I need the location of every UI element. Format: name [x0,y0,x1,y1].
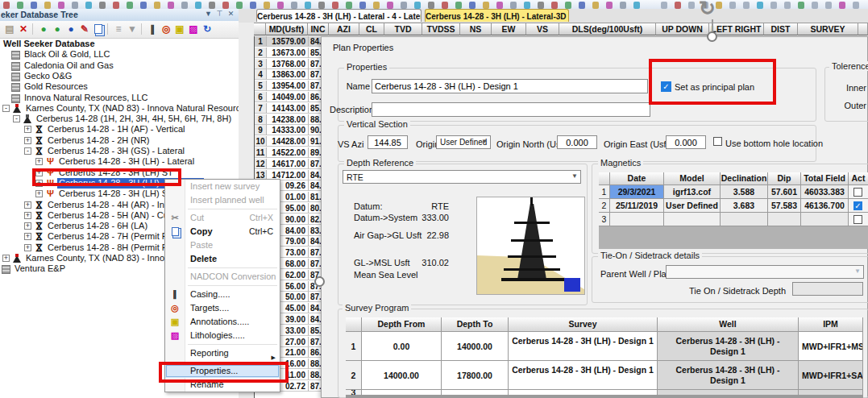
toolbar-icon-remnant[interactable] [195,2,201,9]
sp-column-header[interactable]: Survey [509,317,658,332]
description-input[interactable] [372,102,650,117]
toolbar-icon-remnant[interactable] [346,2,352,9]
mag-cell[interactable] [721,213,768,226]
toolbar-icon-remnant[interactable] [551,2,558,9]
export-database-icon[interactable]: ● [37,23,50,35]
toolbar-icon-remnant[interactable] [31,2,37,9]
md-cell[interactable]: 14049.00 [267,92,309,102]
toolbar-icon-remnant[interactable] [442,2,448,9]
column-header[interactable]: MD(Usft) [266,23,308,35]
column-header[interactable]: SURVEY TOOL [798,23,858,35]
refresh-icon[interactable]: ↻ [201,23,214,35]
toolbar-icon-remnant[interactable] [812,2,818,9]
toolbar-icon-remnant[interactable] [661,2,667,9]
toolbar-icon-remnant[interactable] [770,2,777,9]
sp-cell[interactable]: 14000.00 [442,332,509,361]
sp-cell[interactable]: MWD+IFR1+MS [799,332,863,361]
tree-expander[interactable]: - [24,147,31,155]
depth-reference-select[interactable]: RTE ▼ [343,170,581,184]
chevron-down-button[interactable]: ▼ [203,9,214,19]
sp-cell[interactable]: Cerberus 14-28 - 3H (LH) - Design 1 [658,332,799,361]
tree-expander[interactable]: + [24,201,31,209]
paste-icon[interactable]: ▤ [3,23,16,35]
sp-column-header[interactable]: Depth To [442,317,509,332]
sp-cell[interactable] [362,390,442,396]
tree-item[interactable]: Black Oil & Gold, LLC [0,49,239,60]
toolbar-icon-remnant[interactable] [798,2,804,9]
md-cell[interactable]: 14333.00 [267,125,309,135]
toolbar-icon-remnant[interactable] [565,2,571,9]
selection-handle-circle[interactable] [707,31,717,42]
name-input[interactable] [372,79,648,93]
column-header[interactable]: NS [460,23,492,35]
close-button[interactable]: ✕ [226,9,236,19]
edit-icon[interactable]: ✎ [78,23,91,35]
toolbar-icon-remnant[interactable] [44,2,51,9]
tree-item[interactable]: -⋈Cerberus 14-28 - 3H (GS) - Lateral [0,146,239,156]
tree-expander[interactable]: + [35,190,43,197]
toolbar-icon-remnant[interactable] [757,2,763,9]
mag-cell[interactable]: 46136.700 [801,199,849,213]
toolbar-icon-remnant[interactable] [3,2,10,9]
tree-expander[interactable]: + [24,233,31,240]
toolbar-icon-remnant[interactable] [633,2,640,9]
column-header[interactable]: VS [526,23,559,35]
sp-cell[interactable] [799,390,863,396]
toolbar-icon-remnant[interactable] [209,2,215,9]
toolbar-icon-remnant[interactable] [305,2,311,9]
mag-cell[interactable]: 3.588 [721,185,768,199]
toolbar-icon-remnant[interactable] [72,2,78,9]
toolbar-icon-remnant[interactable] [291,2,297,9]
sp-cell[interactable]: Cerberus 14-28 - 3H (LH) - Design 1 [658,361,799,390]
mag-cell[interactable] [768,213,801,226]
toolbar-icon-remnant[interactable] [85,2,92,9]
toolbar-icon-remnant[interactable] [277,2,284,9]
sp-column-header[interactable]: IPM [799,317,863,332]
mag-cell[interactable]: 25/11/2019 [610,199,664,213]
column-header[interactable]: LEFT RIGHT [709,23,764,35]
tree-expander[interactable]: - [2,105,10,112]
toolbar-icon-remnant[interactable] [675,2,681,9]
toolbar-icon-remnant[interactable] [359,2,366,9]
tab-lateral-3d-view[interactable]: Cerberus 14-28 - 3H (LH) - Lateral-3D Vi… [425,9,569,22]
mag-column-header[interactable]: Model [664,172,721,185]
import-database-icon[interactable]: ● [51,23,64,35]
toolbar-icon-remnant[interactable] [853,2,859,9]
mag-cell[interactable]: igrf13.cof [664,185,721,199]
mag-cell[interactable] [664,213,721,226]
toolbar-icon-remnant[interactable] [373,2,380,9]
toolbar-icon-remnant[interactable] [140,2,147,9]
vs-azi-input[interactable] [368,135,408,149]
tree-item[interactable]: +ΨCerberus 14-28 - 3H (LH) - Lateral [0,156,239,167]
tree-expander[interactable]: + [35,158,43,165]
mag-cell[interactable]: 29/3/2021 [610,185,664,199]
column-header[interactable]: AZI [329,23,359,35]
column-header[interactable]: TVDSS [422,23,460,35]
toolbar-icon-remnant[interactable] [688,2,695,9]
sp-column-header[interactable]: Depth From [362,317,442,332]
toolbar-icon-remnant[interactable] [743,2,750,9]
tree-expander[interactable]: + [24,212,31,219]
md-cell[interactable]: 14238.00 [267,114,309,125]
menu-item-casing[interactable]: ∥Casing..... [165,288,280,301]
tree-item[interactable]: -Cerberus 14-28 (1H, 2H, 3H, 4H, 5H, 6H,… [0,114,239,124]
md-cell[interactable]: 14617.00 [267,159,309,169]
toolbar-icon-remnant[interactable] [510,2,517,9]
tree-item[interactable]: Well Seeker Database [0,39,239,49]
tree-expander[interactable]: + [24,137,31,144]
sp-cell[interactable] [442,390,509,396]
tree-expander[interactable]: + [24,244,31,251]
toolbar-icon-remnant[interactable] [332,2,338,9]
sp-cell[interactable]: MWD+IFR1+SAG +MS [799,361,863,390]
toolbar-icon-remnant[interactable] [222,2,229,9]
tree-item[interactable]: +⋈Cerberus 14-28 - 1H (AF) - Vertical [0,124,239,135]
targets-icon[interactable]: ◎ [160,23,172,35]
toolbar-icon-remnant[interactable] [17,2,23,9]
duplicate-icon[interactable] [92,23,105,35]
mag-cell[interactable]: 57.583 [768,199,801,213]
toolbar-icon-remnant[interactable] [825,2,832,9]
origin-select[interactable]: User Defined ▼ [436,135,491,149]
tree-item[interactable]: -Karnes County, TX (NAD 83) - Innova Nat… [0,103,239,114]
column-header[interactable]: INC [308,23,329,35]
toolbar-icon-remnant[interactable] [113,2,119,9]
